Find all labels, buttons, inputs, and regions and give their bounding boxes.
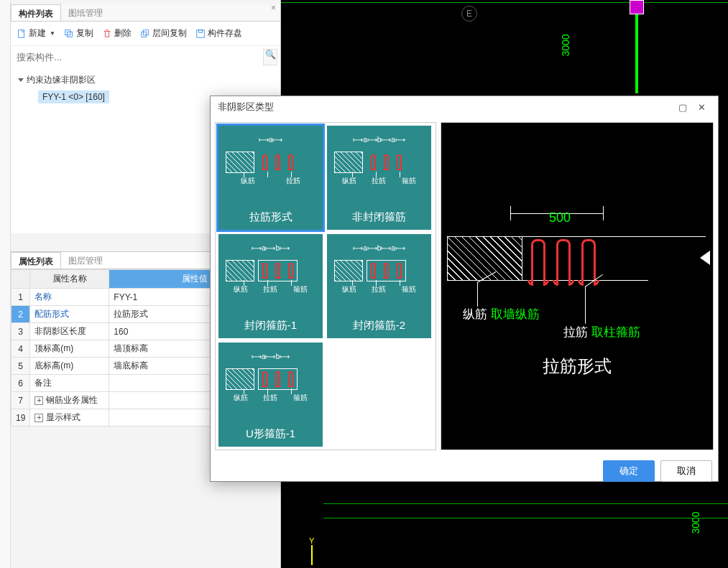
preview-title: 拉筋形式: [441, 355, 713, 378]
type-thumbnail[interactable]: ⟼a⟼b⟼a⟼ 纵筋拉筋箍筋 封闭箍筋-2: [327, 234, 431, 338]
tab-drawings[interactable]: 图纸管理: [61, 4, 110, 21]
new-button[interactable]: 新建▼: [14, 26, 58, 41]
svg-rect-5: [197, 29, 205, 37]
tab-components[interactable]: 构件列表: [11, 4, 61, 21]
type-dialog: 非阴影区类型 ▢ ✕ ⟼a⟼ 纵筋拉筋 拉筋形式 ⟼a⟼b⟼a⟼ 纵筋拉筋箍筋 …: [210, 96, 719, 482]
axis-y-label: Y: [309, 536, 314, 545]
search-icon[interactable]: 🔍: [263, 49, 277, 65]
close-icon[interactable]: ×: [271, 3, 276, 13]
hatch-icon: [447, 236, 522, 281]
dimension-text: 3000: [560, 34, 571, 56]
tree-item-selected[interactable]: FYY-1 <0> [160]: [38, 90, 109, 103]
search-input[interactable]: [14, 49, 263, 65]
type-thumbnail[interactable]: ⟼a⟼ 纵筋拉筋 拉筋形式: [218, 126, 323, 230]
ok-button[interactable]: 确定: [603, 460, 655, 482]
tab-properties[interactable]: 属性列表: [11, 252, 61, 269]
thumbnail-grid: ⟼a⟼ 纵筋拉筋 拉筋形式 ⟼a⟼b⟼a⟼ 纵筋拉筋箍筋 非封闭箍筋 ⟼a⟼b⟼…: [215, 122, 436, 450]
svg-rect-6: [198, 29, 202, 32]
preview-dimension: 500: [549, 210, 571, 225]
dialog-title: 非阴影区类型: [218, 101, 274, 113]
toolbar: 新建▼ 复制 删除 层间复制 构件存盘: [11, 22, 280, 46]
svg-rect-2: [67, 32, 72, 37]
axis-y-arrow: [311, 545, 313, 565]
svg-rect-4: [143, 29, 148, 34]
tree-node[interactable]: 约束边缘非阴影区: [18, 73, 273, 88]
svg-rect-0: [19, 29, 24, 37]
tab-layers[interactable]: 图层管理: [61, 252, 110, 269]
preview-pane: 500 纵筋 取墙纵筋 拉筋 取柱箍筋 拉筋形式: [441, 122, 714, 450]
type-thumbnail[interactable]: ⟼a⟼b⟼ 纵筋拉筋箍筋 U形箍筋-1: [218, 343, 323, 447]
delete-button[interactable]: 删除: [99, 26, 134, 41]
type-thumbnail[interactable]: ⟼a⟼b⟼ 纵筋拉筋箍筋 封闭箍筋-1: [218, 234, 323, 338]
svg-rect-3: [142, 32, 147, 37]
maximize-icon[interactable]: ▢: [673, 102, 692, 113]
column-marker: [630, 0, 644, 14]
svg-rect-1: [65, 29, 70, 34]
copy-button[interactable]: 复制: [61, 26, 96, 41]
close-icon[interactable]: ✕: [692, 102, 711, 113]
grid-bubble: E: [461, 6, 477, 22]
floor-copy-button[interactable]: 层间复制: [137, 26, 190, 41]
col-name: 属性名称: [30, 270, 109, 289]
save-button[interactable]: 构件存盘: [193, 26, 245, 41]
type-thumbnail[interactable]: ⟼a⟼b⟼a⟼ 纵筋拉筋箍筋 非封闭箍筋: [327, 126, 431, 230]
cancel-button[interactable]: 取消: [660, 460, 712, 482]
